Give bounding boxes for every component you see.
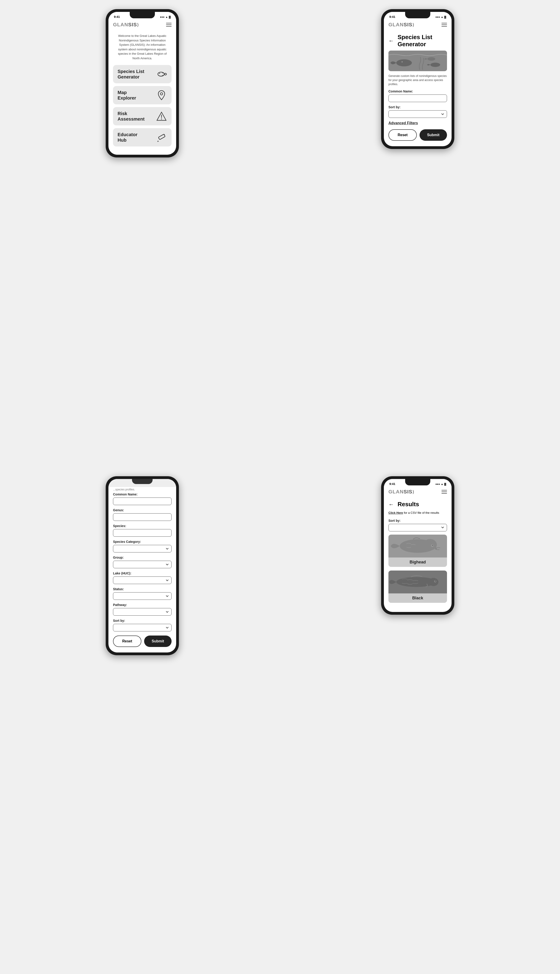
signal-icon: ●●● [160,15,165,18]
filters-genus-input[interactable] [113,513,172,521]
notch-filters [132,479,153,484]
hamburger-menu-species[interactable] [442,23,447,27]
phone-home: 9:41 ●●● ▲ ▓ GLANSIS⟩ Welcome to the Gre… [9,9,275,467]
status-icons-species: ●●● ▲ ▓ [435,15,446,18]
button-row-filters: Reset Submit [113,635,172,647]
svg-point-14 [423,539,437,550]
svg-point-16 [432,545,433,546]
screen-home: 9:41 ●●● ▲ ▓ GLANSIS⟩ Welcome to the Gre… [108,12,176,155]
results-content: ← Results Click Here for a CSV file of t… [384,497,452,612]
filters-species-input[interactable] [113,529,172,537]
signal-icon-r: ●●● [435,483,440,485]
svg-point-21 [435,580,436,582]
species-list-label: Species ListGenerator [118,68,144,80]
csv-link[interactable]: Click Here [388,511,403,514]
back-arrow-results[interactable]: ← [388,501,394,508]
logo-species: GLANSIS⟩ [388,22,414,28]
svg-point-10 [428,57,435,61]
filters-status-select[interactable] [113,592,172,600]
filters-species-category-select[interactable] [113,545,172,552]
filters-lake-huc-label: Lake (HUC): [113,572,172,575]
educator-hub-button[interactable]: EducatorHub [113,128,172,147]
nav-bar-home: GLANSIS⟩ [108,20,176,30]
map-explorer-label: MapExplorer [118,90,136,101]
nav-bar-species: GLANSIS⟩ [384,20,452,30]
status-time-results: 9:41 [389,482,395,485]
status-icons-results: ●●● ▲ ▓ [435,483,446,485]
submit-button-species[interactable]: Submit [420,129,447,141]
home-content: Welcome to the Great Lakes Aquatic Nonin… [108,30,176,155]
species-card-bighead[interactable]: Bighead [388,535,447,567]
wifi-icon-s: ▲ [441,15,443,18]
svg-point-1 [159,73,160,74]
phone-frame-home: 9:41 ●●● ▲ ▓ GLANSIS⟩ Welcome to the Gre… [106,9,179,157]
battery-icon-r: ▓ [444,483,446,485]
svg-point-9 [402,61,403,62]
svg-point-2 [160,93,163,95]
welcome-text: Welcome to the Great Lakes Aquatic Nonin… [113,33,172,60]
reset-button-filters[interactable]: Reset [113,635,142,647]
species-card-black[interactable]: Black [388,570,447,603]
hamburger-menu-home[interactable] [166,23,172,27]
screen-filters: 9:41 ●●▓ ...species profiles. Common Nam… [108,479,176,652]
logo-home: GLANSIS⟩ [113,22,139,28]
phone-frame-species: 9:41 ●●● ▲ ▓ GLANSIS⟩ ← Species List G [381,9,454,149]
warning-icon [156,111,167,122]
filters-lake-select[interactable] [113,577,172,584]
fish-icon [156,68,167,80]
screen-species: 9:41 ●●● ▲ ▓ GLANSIS⟩ ← Species List G [384,12,452,146]
battery-icon-s: ▓ [444,15,446,18]
sort-by-select[interactable]: Common Name Scientific Name [388,110,447,118]
risk-assessment-button[interactable]: RiskAssessment [113,107,172,125]
submit-button-filters[interactable]: Submit [144,635,172,647]
filters-common-name-label: Common Name: [113,492,172,496]
bighead-image [388,535,447,557]
advanced-filters-link[interactable]: Advanced Filters [388,121,447,125]
common-name-input[interactable] [388,95,447,102]
filters-genus-label: Genus: [113,508,172,512]
screen-results: 9:41 ●●● ▲ ▓ GLANSIS⟩ ← Results [384,479,452,612]
svg-point-0 [158,72,164,76]
risk-assessment-label: RiskAssessment [118,111,145,122]
species-description: Generate custom lists of nonindigenous s… [388,74,447,86]
hamburger-menu-results[interactable] [442,490,447,494]
filters-sort-by-label: Sort by: [113,619,172,622]
educator-hub-label: EducatorHub [118,132,137,143]
fish-banner [388,50,447,71]
status-time-species: 9:41 [389,15,395,18]
status-time-home: 9:41 [114,15,120,18]
notch-home [130,12,155,18]
filters-pathway-select[interactable] [113,608,172,615]
battery-icon: ▓ [169,15,171,18]
button-row-species: Reset Submit [388,129,447,141]
black-name: Black [388,594,447,603]
svg-line-6 [158,135,165,137]
results-sort-select[interactable] [388,524,447,531]
map-explorer-button[interactable]: MapExplorer [113,86,172,104]
results-page-title: ← Results [388,501,447,508]
bighead-name: Bighead [388,557,447,567]
location-icon [156,90,167,101]
filters-content: ...species profiles. Common Name: Genus:… [108,487,176,652]
reset-button-species[interactable]: Reset [388,129,417,141]
filters-species-label: Species: [113,524,172,528]
nav-bar-results: GLANSIS⟩ [384,487,452,497]
species-list-button[interactable]: Species ListGenerator [113,65,172,83]
phone-species-list: 9:41 ●●● ▲ ▓ GLANSIS⟩ ← Species List G [285,9,551,467]
filters-sort-select[interactable] [113,624,172,631]
filters-group-select[interactable] [113,561,172,568]
species-content: ← Species List Generator [384,30,452,146]
signal-icon-s: ●●● [435,15,440,18]
svg-point-11 [430,63,440,67]
pencil-icon [156,132,167,143]
phone-results: 9:41 ●●● ▲ ▓ GLANSIS⟩ ← Results [285,476,551,965]
back-arrow-species[interactable]: ← [388,38,394,44]
filters-species-category-label: Species Category: [113,540,172,544]
phone-advanced-filters: 9:41 ●●▓ ...species profiles. Common Nam… [9,476,275,965]
filters-common-name-input[interactable] [113,497,172,505]
svg-point-8 [396,59,412,67]
wifi-icon-r: ▲ [441,483,443,485]
phone-frame-filters: 9:41 ●●▓ ...species profiles. Common Nam… [106,476,179,655]
svg-point-4 [161,118,162,120]
notch-species [405,12,430,18]
